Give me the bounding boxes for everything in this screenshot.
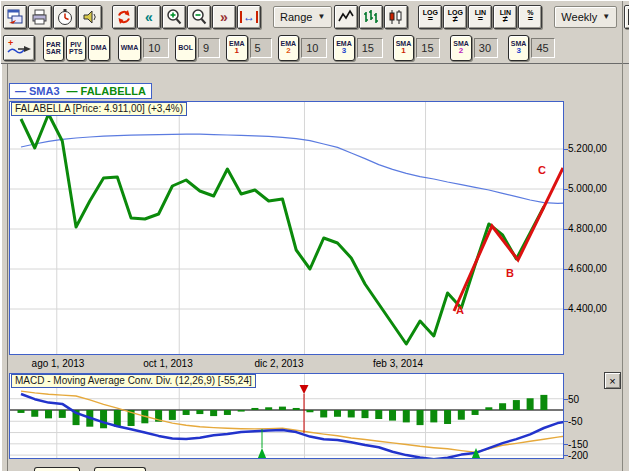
ema2-period-field[interactable]: 10 (301, 38, 327, 58)
range-dropdown[interactable]: Range ▼ (273, 6, 332, 28)
price-axis-label: 5.000,00 (568, 183, 607, 194)
parabolic-sar-button[interactable]: PARSAR (43, 35, 64, 61)
print-button[interactable] (28, 5, 52, 29)
macd-histogram-bar (224, 410, 231, 415)
percent-scale-button[interactable]: %= (518, 5, 542, 29)
macd-axis-label: -200 (568, 450, 588, 461)
ema1-period-field[interactable]: 5 (250, 38, 272, 58)
macd-histogram-bar (334, 410, 341, 417)
ema3-period-field[interactable]: 15 (357, 38, 383, 58)
range-dropdown-label: Range (280, 11, 312, 23)
fit-width-icon: ↔ (240, 11, 258, 23)
sma3-legend-dash: — (15, 85, 26, 97)
bollinger-period-field[interactable]: 9 (198, 38, 220, 58)
toolbar-divider (1, 63, 629, 64)
date-axis-label: oct 1, 2013 (143, 358, 192, 369)
stopwatch-icon (56, 8, 74, 26)
log-compare-button[interactable]: LOG≠ (443, 5, 467, 29)
bottom-toolbar-button-stub[interactable] (34, 467, 80, 471)
log-scale-button[interactable]: LOG= (418, 5, 442, 29)
linear-scale-eq: = (478, 15, 483, 24)
macd-histogram-bar (196, 410, 203, 414)
zoom-out-button[interactable] (187, 5, 211, 29)
sell-arrow-marker (300, 385, 309, 394)
sma2-button[interactable]: SMA2 (450, 35, 472, 61)
sma3-button[interactable]: SMA3 (508, 35, 530, 61)
stopwatch-button[interactable] (53, 5, 77, 29)
bottom-toolbar-button-stub[interactable] (94, 467, 146, 471)
macd-histogram-bar (540, 395, 547, 410)
macd-histogram-bar (18, 410, 25, 413)
speaker-icon (81, 8, 99, 26)
price-tooltip: FALABELLA [Price: 4.911,00] (+3,4%) (11, 102, 187, 116)
fit-width-button[interactable]: ↔ (237, 5, 261, 29)
macd-histogram-bar (444, 410, 451, 424)
bollinger-button[interactable]: BOL (175, 35, 196, 61)
macd-histogram-bar (375, 410, 382, 419)
macd-histogram-bar (100, 410, 107, 428)
candlestick-chart-button[interactable] (384, 5, 408, 29)
period-dropdown[interactable]: Weekly ▼ (554, 6, 617, 28)
log-scale-eq: = (428, 15, 433, 24)
refresh-button[interactable] (112, 5, 136, 29)
line-chart-icon (337, 8, 355, 26)
insert-study-button[interactable]: + (3, 35, 35, 61)
macd-histogram-bar (472, 410, 479, 415)
charting-application-window: « » ↔ Range ▼ LOG= LOG≠ LIN= LIN≠ %= (0, 0, 629, 471)
close-icon: × (609, 375, 615, 387)
macd-histogram-bar (485, 407, 492, 410)
trend-label-B: B (506, 267, 514, 279)
ema1-number: 1 (235, 47, 239, 55)
zoom-in-button[interactable] (162, 5, 186, 29)
macd-histogram-bar (265, 407, 272, 410)
arrange-windows-button[interactable] (3, 5, 27, 29)
ema1-button[interactable]: EMA1 (226, 35, 248, 61)
dma-button[interactable]: DMA (88, 35, 110, 61)
date-axis-label: dic 2, 2013 (255, 358, 304, 369)
chevron-down-icon: ▼ (602, 12, 610, 21)
sma1-period-field[interactable]: 15 (416, 38, 440, 58)
sma3-period-field[interactable]: 45 (531, 38, 555, 58)
left-splitter-handle[interactable] (1, 64, 8, 471)
bar-chart-button[interactable] (359, 5, 383, 29)
macd-histogram-bar (31, 410, 38, 417)
ema2-button[interactable]: EMA2 (278, 35, 300, 61)
pivot-points-button[interactable]: PIVPTS (66, 35, 86, 61)
log-compare-neq: ≠ (453, 15, 458, 24)
price-axis-label: 4.400,00 (568, 303, 607, 314)
line-chart-button[interactable] (334, 5, 358, 29)
printer-icon (31, 8, 49, 26)
close-macd-panel-button[interactable]: × (604, 372, 621, 389)
macd-axis-label: 50 (568, 394, 579, 405)
indicator-window-button[interactable] (624, 5, 629, 29)
macd-histogram-bar (251, 408, 258, 410)
macd-histogram-bar (362, 410, 369, 418)
zoom-in-icon (165, 8, 183, 26)
macd-histogram-bar (458, 410, 465, 420)
ema3-button[interactable]: EMA3 (333, 35, 355, 61)
linear-scale-button[interactable]: LIN= (468, 5, 492, 29)
main-chart-canvas[interactable]: ABC (9, 101, 564, 355)
macd-histogram-bar (306, 410, 313, 412)
main-toolbar: « » ↔ Range ▼ LOG= LOG≠ LIN= LIN≠ %= (3, 3, 629, 30)
scroll-left-button[interactable]: « (137, 5, 161, 29)
macd-histogram-bar (169, 410, 176, 420)
sma1-button[interactable]: SMA1 (393, 35, 415, 61)
sound-alert-button[interactable] (78, 5, 102, 29)
macd-histogram-bar (114, 410, 121, 427)
macd-histogram-bar (403, 410, 410, 422)
price-axis-label: 5.200,00 (568, 143, 607, 154)
insert-study-icon: + (6, 38, 32, 58)
wma-button[interactable]: WMA (118, 35, 142, 61)
linear-compare-button[interactable]: LIN≠ (493, 5, 517, 29)
scroll-right-button[interactable]: » (212, 5, 236, 29)
chevrons-right-icon: » (220, 10, 228, 24)
refresh-icon (115, 8, 133, 26)
macd-histogram-bar (430, 410, 437, 422)
sma2-period-field[interactable]: 30 (474, 38, 498, 58)
wma-period-field[interactable]: 10 (143, 38, 169, 58)
sma3-number: 3 (516, 47, 520, 55)
buy-arrow-marker (258, 448, 267, 459)
falabella-legend-dash: — (67, 85, 78, 97)
chevron-down-icon: ▼ (317, 12, 325, 21)
